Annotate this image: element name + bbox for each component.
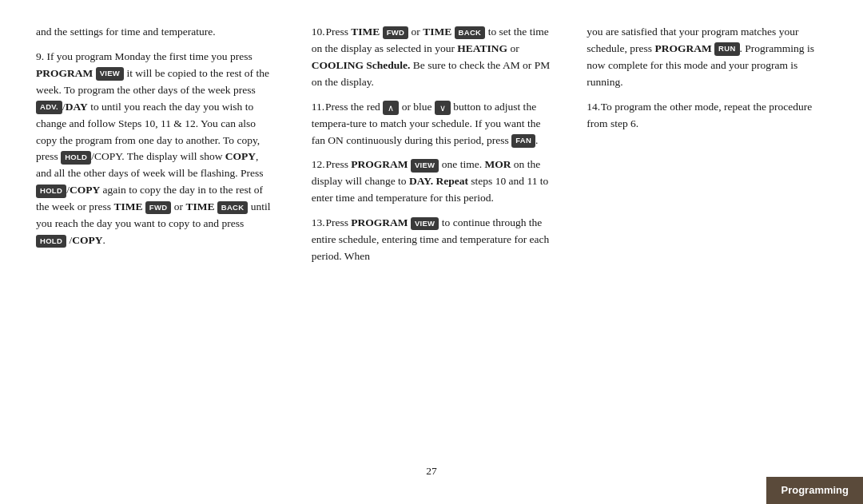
badge-view-2: VIEW: [411, 159, 439, 173]
word-copy-3: COPY: [72, 234, 102, 246]
paragraph-10: 10. Press TIME FWD or TIME BACK to set t…: [312, 24, 552, 91]
paragraph-11: 11. Press the red ∧ or blue ∨ button to …: [312, 99, 552, 149]
column-1: and the settings for time and temperatur…: [36, 24, 294, 455]
word-program-4: PROGRAM: [654, 42, 711, 54]
content-columns: and the settings for time and temperatur…: [36, 24, 827, 455]
badge-adv: ADV.: [36, 101, 62, 114]
badge-hold-2: HOLD: [36, 185, 66, 198]
word-heating: HEATING: [457, 42, 507, 54]
paragraph-12: 12. Press PROGRAM VIEW one time. MOR on …: [312, 157, 552, 207]
programming-tab: Programming: [766, 477, 863, 504]
badge-back-2: BACK: [455, 26, 486, 40]
badge-view-3: VIEW: [411, 217, 439, 231]
word-time-1: TIME: [113, 200, 142, 212]
badge-back-1: BACK: [217, 201, 249, 215]
page-number: 27: [426, 465, 437, 477]
paragraph-14a: you are satisfied that your program matc…: [587, 24, 827, 91]
word-program-3: PROGRAM: [351, 216, 408, 228]
word-time-3: TIME: [351, 26, 380, 38]
badge-view-1: VIEW: [96, 67, 124, 81]
word-copy-2: COPY: [70, 184, 100, 196]
word-cooling: COOLING Schedule.: [312, 59, 411, 71]
paragraph-13: 13. Press PROGRAM VIEW to continue throu…: [312, 215, 552, 265]
paragraph-9: 9. If you program Monday the first time …: [36, 49, 276, 249]
column-3: you are satisfied that your program matc…: [569, 24, 827, 455]
arrow-up-icon: ∧: [383, 101, 399, 115]
word-mor: MOR: [484, 158, 511, 170]
page: and the settings for time and temperatur…: [0, 0, 863, 504]
arrow-down-icon: ∨: [435, 101, 451, 115]
paragraph-intro: and the settings for time and temperatur…: [36, 24, 276, 41]
column-2: 10. Press TIME FWD or TIME BACK to set t…: [294, 24, 570, 455]
badge-hold-3: HOLD: [36, 235, 66, 248]
page-footer: 27: [36, 463, 827, 480]
word-day-1: DAY: [66, 101, 88, 113]
badge-fwd-2: FWD: [383, 26, 409, 40]
paragraph-14b: 14. To program the other mode, repeat th…: [587, 99, 827, 133]
badge-hold-1: HOLD: [61, 151, 91, 165]
word-day-2: DAY. Repeat: [409, 175, 468, 187]
word-program: PROGRAM: [36, 67, 93, 79]
badge-fwd-1: FWD: [145, 201, 172, 215]
word-time-2: TIME: [185, 200, 214, 212]
word-copy-1: COPY: [225, 150, 256, 162]
word-program-2: PROGRAM: [351, 158, 408, 170]
badge-fan: FAN: [511, 134, 535, 148]
badge-run: RUN: [714, 42, 739, 56]
word-time-4: TIME: [423, 26, 451, 38]
